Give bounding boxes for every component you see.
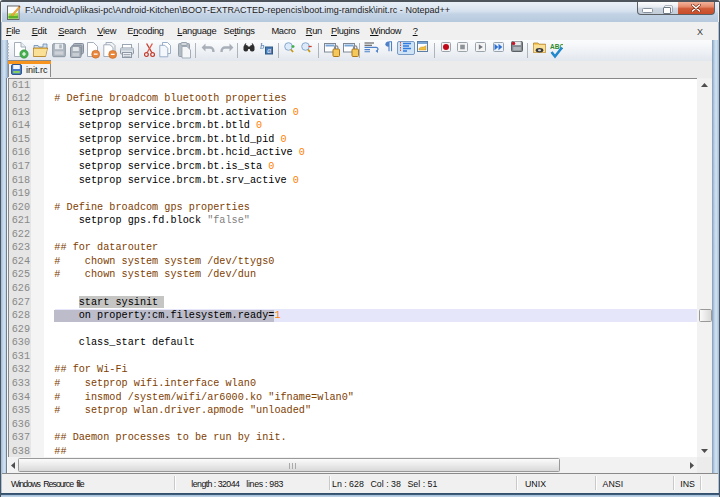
svg-text:a: a [267, 46, 271, 55]
svg-text:b: b [260, 42, 264, 51]
